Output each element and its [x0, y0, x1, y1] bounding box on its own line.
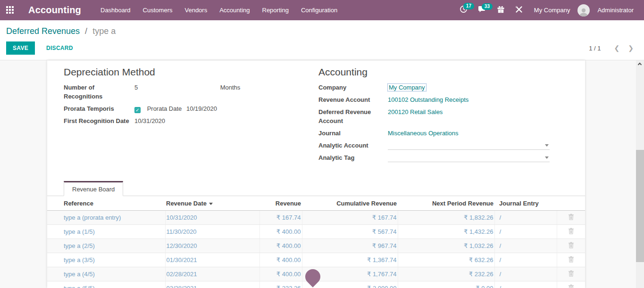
cell-revenue-date[interactable]: 12/30/2020 [165, 239, 259, 253]
col-next-period-revenue[interactable]: Next Period Revenue [398, 196, 494, 211]
breadcrumb-separator: / [85, 26, 87, 36]
cell-journal-entry[interactable]: / [494, 253, 557, 267]
field-analytic-account-select[interactable] [388, 141, 550, 150]
label-analytic-tag: Analytic Tag [318, 153, 388, 162]
cell-revenue-date[interactable]: 11/30/2020 [165, 225, 259, 239]
field-company-link[interactable]: My Company [388, 84, 426, 91]
col-journal-entry[interactable]: Journal Entry [494, 196, 557, 211]
chevron-down-icon [545, 144, 549, 147]
nav-item-customers[interactable]: Customers [137, 7, 179, 14]
user-menu[interactable]: Administrator [593, 7, 638, 14]
table-header-row: Reference Revenue Date Revenue Cumulativ… [47, 196, 585, 211]
cell-journal-entry[interactable]: / [494, 239, 557, 253]
field-deferred-revenue-account-link[interactable]: 200120 Retail Sales [388, 108, 443, 115]
breadcrumb: Deferred Revenues / type a [6, 26, 634, 36]
field-journal-link[interactable]: Miscellaneous Operations [388, 130, 459, 137]
cell-reference[interactable]: type a (prorata entry) [47, 211, 165, 225]
table-row[interactable]: type a (3/5) 01/30/2021 ₹ 400.00 ₹ 1,367… [47, 253, 585, 267]
cell-journal-entry[interactable]: / [494, 267, 557, 281]
form-sheet: Depreciation Method Number of Recognitio… [47, 60, 585, 288]
vertical-scrollbar[interactable] [636, 60, 644, 288]
delete-row-button[interactable] [568, 270, 574, 277]
col-cumulative-revenue[interactable]: Cumulative Revenue [302, 196, 398, 211]
cell-reference[interactable]: type a (1/5) [47, 225, 165, 239]
field-first-recognition-date[interactable]: 10/31/2020 [134, 116, 165, 125]
field-prorata-date[interactable]: 10/19/2020 [186, 105, 217, 112]
prorata-checkbox[interactable]: ✓ [134, 107, 141, 113]
cell-next-period-revenue[interactable]: ₹ 232.26 [398, 267, 494, 281]
cell-revenue[interactable]: ₹ 400.00 [259, 253, 302, 267]
pager-prev-icon[interactable]: ❮ [614, 45, 620, 51]
scrollbar-thumb[interactable] [636, 150, 644, 262]
delete-row-button[interactable] [568, 214, 574, 220]
label-first-recognition-date: First Recognition Date [64, 116, 134, 125]
tab-revenue-board[interactable]: Revenue Board [64, 181, 123, 196]
breadcrumb-parent[interactable]: Deferred Revenues [6, 26, 80, 36]
cell-next-period-revenue[interactable]: ₹ 1,032.26 [398, 239, 494, 253]
cell-reference[interactable]: type a (3/5) [47, 253, 165, 267]
delete-row-button[interactable] [568, 256, 574, 263]
cell-journal-entry[interactable]: / [494, 225, 557, 239]
cell-revenue-date[interactable]: 02/28/2021 [165, 267, 259, 281]
delete-row-button[interactable] [568, 242, 574, 248]
field-number-of-recognitions[interactable]: 5 Months [134, 83, 240, 101]
top-navbar: Accounting DashboardCustomersVendorsAcco… [0, 0, 644, 20]
label-number-of-recognitions: Number of Recognitions [64, 83, 134, 101]
company-switcher[interactable]: My Company [529, 7, 575, 14]
discard-button[interactable]: DISCARD [42, 41, 78, 55]
app-title[interactable]: Accounting [28, 5, 81, 16]
cell-cumulative-revenue[interactable]: ₹ 567.74 [302, 225, 398, 239]
nav-item-reporting[interactable]: Reporting [256, 7, 295, 14]
pager-next-icon[interactable]: ❯ [628, 45, 634, 51]
group-depreciation-method: Depreciation Method Number of Recognitio… [47, 63, 316, 165]
nav-item-vendors[interactable]: Vendors [178, 7, 213, 14]
cell-next-period-revenue[interactable]: ₹ 632.26 [398, 253, 494, 267]
cell-reference[interactable]: type a (2/5) [47, 239, 165, 253]
cell-revenue[interactable]: ₹ 400.00 [259, 267, 302, 281]
field-analytic-tag-select[interactable] [388, 153, 550, 162]
cell-cumulative-revenue[interactable]: ₹ 1,367.74 [302, 253, 398, 267]
cell-revenue-date[interactable]: 03/28/2021 [165, 281, 259, 288]
cell-revenue[interactable]: ₹ 400.00 [259, 239, 302, 253]
cell-reference[interactable]: type a (5/5) [47, 281, 165, 288]
messages-menu[interactable]: 33 [474, 4, 490, 17]
content-area: Depreciation Method Number of Recognitio… [0, 60, 644, 288]
avatar[interactable] [577, 4, 590, 16]
table-row[interactable]: type a (1/5) 11/30/2020 ₹ 400.00 ₹ 567.7… [47, 225, 585, 239]
cell-journal-entry[interactable]: / [494, 211, 557, 225]
cell-revenue[interactable]: ₹ 232.26 [259, 281, 302, 288]
label-revenue-account: Revenue Account [318, 95, 388, 104]
col-revenue[interactable]: Revenue [259, 196, 302, 211]
cell-next-period-revenue[interactable]: ₹ 1,832.26 [398, 211, 494, 225]
cell-cumulative-revenue[interactable]: ₹ 167.74 [302, 211, 398, 225]
nav-item-accounting[interactable]: Accounting [213, 7, 256, 14]
col-revenue-date[interactable]: Revenue Date [165, 196, 259, 211]
gift-menu[interactable] [493, 4, 509, 17]
col-actions [557, 196, 585, 211]
apps-menu-icon[interactable] [6, 6, 14, 14]
scroll-up-icon[interactable] [638, 63, 642, 66]
label-deferred-revenue-account: Deferred Revenue Account [318, 107, 388, 125]
delete-row-button[interactable] [568, 284, 574, 288]
activity-menu[interactable]: 17 [456, 3, 471, 17]
field-revenue-account-link[interactable]: 100102 Outstanding Receipts [388, 96, 468, 103]
cell-revenue-date[interactable]: 10/31/2020 [165, 211, 259, 225]
cell-revenue[interactable]: ₹ 167.74 [259, 211, 302, 225]
col-reference[interactable]: Reference [47, 196, 165, 211]
delete-row-button[interactable] [568, 228, 574, 234]
tools-menu[interactable] [511, 4, 527, 17]
cell-revenue[interactable]: ₹ 400.00 [259, 225, 302, 239]
label-analytic-account: Analytic Account [318, 141, 388, 150]
cell-cumulative-revenue[interactable]: ₹ 967.74 [302, 239, 398, 253]
cell-next-period-revenue[interactable]: ₹ 0.00 [398, 281, 494, 288]
cell-revenue-date[interactable]: 01/30/2021 [165, 253, 259, 267]
field-number-unit: Months [220, 83, 241, 92]
table-row[interactable]: type a (prorata entry) 10/31/2020 ₹ 167.… [47, 211, 585, 225]
table-row[interactable]: type a (2/5) 12/30/2020 ₹ 400.00 ₹ 967.7… [47, 239, 585, 253]
save-button[interactable]: SAVE [6, 41, 35, 55]
nav-item-dashboard[interactable]: Dashboard [94, 7, 137, 14]
cell-reference[interactable]: type a (4/5) [47, 267, 165, 281]
cell-journal-entry[interactable]: / [494, 281, 557, 288]
cell-next-period-revenue[interactable]: ₹ 1,432.26 [398, 225, 494, 239]
nav-item-configuration[interactable]: Configuration [295, 7, 343, 14]
